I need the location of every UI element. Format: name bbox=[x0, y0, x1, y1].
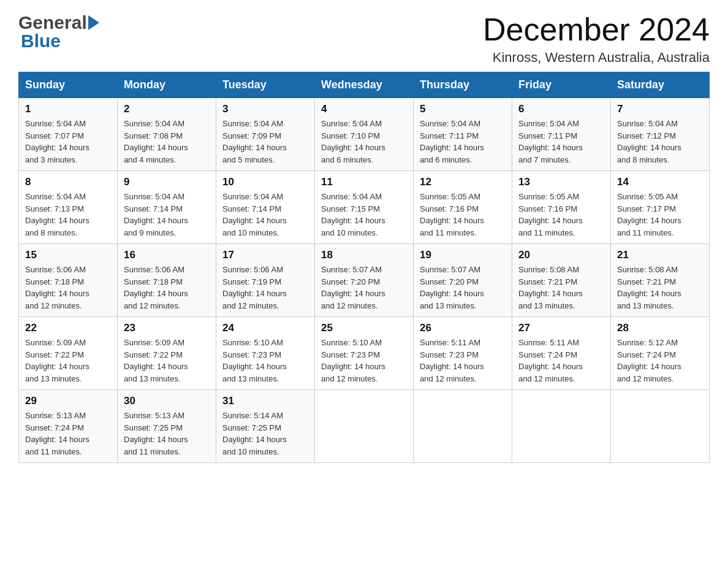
day-info: Sunrise: 5:04 AMSunset: 7:10 PMDaylight:… bbox=[321, 119, 385, 164]
day-number: 16 bbox=[124, 249, 210, 261]
week-row-1: 1 Sunrise: 5:04 AMSunset: 7:07 PMDayligh… bbox=[19, 98, 710, 171]
day-info: Sunrise: 5:04 AMSunset: 7:14 PMDaylight:… bbox=[222, 192, 287, 237]
day-info: Sunrise: 5:12 AMSunset: 7:24 PMDaylight:… bbox=[617, 338, 681, 383]
col-monday: Monday bbox=[118, 72, 216, 98]
calendar-cell: 13 Sunrise: 5:05 AMSunset: 7:16 PMDaylig… bbox=[512, 171, 611, 244]
day-number: 24 bbox=[222, 322, 308, 334]
calendar-cell: 1 Sunrise: 5:04 AMSunset: 7:07 PMDayligh… bbox=[19, 98, 118, 171]
calendar-cell: 3 Sunrise: 5:04 AMSunset: 7:09 PMDayligh… bbox=[216, 98, 315, 171]
day-number: 11 bbox=[321, 176, 407, 188]
calendar-cell: 12 Sunrise: 5:05 AMSunset: 7:16 PMDaylig… bbox=[414, 171, 512, 244]
calendar-cell: 30 Sunrise: 5:13 AMSunset: 7:25 PMDaylig… bbox=[118, 390, 216, 463]
calendar-cell: 27 Sunrise: 5:11 AMSunset: 7:24 PMDaylig… bbox=[512, 317, 611, 390]
month-title: December 2024 bbox=[483, 12, 710, 47]
col-saturday: Saturday bbox=[611, 72, 710, 98]
day-info: Sunrise: 5:04 AMSunset: 7:08 PMDaylight:… bbox=[124, 119, 188, 164]
day-info: Sunrise: 5:04 AMSunset: 7:11 PMDaylight:… bbox=[420, 119, 484, 164]
calendar-cell bbox=[611, 390, 710, 463]
day-info: Sunrise: 5:04 AMSunset: 7:13 PMDaylight:… bbox=[25, 192, 89, 237]
day-number: 28 bbox=[617, 322, 703, 334]
calendar-cell: 17 Sunrise: 5:06 AMSunset: 7:19 PMDaylig… bbox=[216, 244, 315, 317]
page-header: General Blue December 2024 Kinross, West… bbox=[18, 12, 710, 66]
day-number: 23 bbox=[124, 322, 210, 334]
calendar-cell: 25 Sunrise: 5:10 AMSunset: 7:23 PMDaylig… bbox=[315, 317, 414, 390]
calendar-cell: 10 Sunrise: 5:04 AMSunset: 7:14 PMDaylig… bbox=[216, 171, 315, 244]
day-info: Sunrise: 5:06 AMSunset: 7:19 PMDaylight:… bbox=[222, 265, 287, 310]
day-number: 25 bbox=[321, 322, 407, 334]
calendar-cell: 21 Sunrise: 5:08 AMSunset: 7:21 PMDaylig… bbox=[611, 244, 710, 317]
calendar-cell: 23 Sunrise: 5:09 AMSunset: 7:22 PMDaylig… bbox=[118, 317, 216, 390]
day-number: 12 bbox=[420, 176, 506, 188]
day-info: Sunrise: 5:05 AMSunset: 7:16 PMDaylight:… bbox=[420, 192, 484, 237]
calendar-cell: 7 Sunrise: 5:04 AMSunset: 7:12 PMDayligh… bbox=[611, 98, 710, 171]
day-number: 22 bbox=[25, 322, 111, 334]
day-info: Sunrise: 5:10 AMSunset: 7:23 PMDaylight:… bbox=[321, 338, 385, 383]
day-number: 27 bbox=[518, 322, 604, 334]
day-number: 13 bbox=[518, 176, 604, 188]
day-number: 31 bbox=[222, 395, 308, 407]
day-number: 7 bbox=[617, 103, 703, 115]
day-number: 15 bbox=[25, 249, 111, 261]
day-info: Sunrise: 5:11 AMSunset: 7:24 PMDaylight:… bbox=[518, 338, 583, 383]
calendar-cell bbox=[414, 390, 512, 463]
day-number: 18 bbox=[321, 249, 407, 261]
calendar-cell: 20 Sunrise: 5:08 AMSunset: 7:21 PMDaylig… bbox=[512, 244, 611, 317]
day-info: Sunrise: 5:06 AMSunset: 7:18 PMDaylight:… bbox=[124, 265, 188, 310]
col-friday: Friday bbox=[512, 72, 611, 98]
calendar-table: Sunday Monday Tuesday Wednesday Thursday… bbox=[18, 72, 710, 463]
day-info: Sunrise: 5:10 AMSunset: 7:23 PMDaylight:… bbox=[222, 338, 287, 383]
logo-arrow-icon bbox=[88, 15, 99, 30]
logo-general-text: General bbox=[18, 12, 87, 33]
day-number: 29 bbox=[25, 395, 111, 407]
calendar-cell: 26 Sunrise: 5:11 AMSunset: 7:23 PMDaylig… bbox=[414, 317, 512, 390]
calendar-cell bbox=[315, 390, 414, 463]
calendar-cell: 2 Sunrise: 5:04 AMSunset: 7:08 PMDayligh… bbox=[118, 98, 216, 171]
day-number: 19 bbox=[420, 249, 506, 261]
day-info: Sunrise: 5:06 AMSunset: 7:18 PMDaylight:… bbox=[25, 265, 89, 310]
calendar-cell: 4 Sunrise: 5:04 AMSunset: 7:10 PMDayligh… bbox=[315, 98, 414, 171]
day-info: Sunrise: 5:07 AMSunset: 7:20 PMDaylight:… bbox=[321, 265, 385, 310]
day-number: 14 bbox=[617, 176, 703, 188]
calendar-cell: 9 Sunrise: 5:04 AMSunset: 7:14 PMDayligh… bbox=[118, 171, 216, 244]
day-number: 8 bbox=[25, 176, 111, 188]
col-sunday: Sunday bbox=[19, 72, 118, 98]
day-number: 2 bbox=[124, 103, 210, 115]
day-info: Sunrise: 5:13 AMSunset: 7:24 PMDaylight:… bbox=[25, 411, 89, 456]
calendar-cell: 8 Sunrise: 5:04 AMSunset: 7:13 PMDayligh… bbox=[19, 171, 118, 244]
day-info: Sunrise: 5:05 AMSunset: 7:17 PMDaylight:… bbox=[617, 192, 681, 237]
day-info: Sunrise: 5:04 AMSunset: 7:07 PMDaylight:… bbox=[25, 119, 89, 164]
day-info: Sunrise: 5:14 AMSunset: 7:25 PMDaylight:… bbox=[222, 411, 287, 456]
week-row-3: 15 Sunrise: 5:06 AMSunset: 7:18 PMDaylig… bbox=[19, 244, 710, 317]
calendar-cell: 29 Sunrise: 5:13 AMSunset: 7:24 PMDaylig… bbox=[19, 390, 118, 463]
calendar-cell bbox=[512, 390, 611, 463]
day-number: 10 bbox=[222, 176, 308, 188]
day-info: Sunrise: 5:04 AMSunset: 7:14 PMDaylight:… bbox=[124, 192, 188, 237]
calendar-header-row: Sunday Monday Tuesday Wednesday Thursday… bbox=[19, 72, 710, 98]
calendar-cell: 11 Sunrise: 5:04 AMSunset: 7:15 PMDaylig… bbox=[315, 171, 414, 244]
calendar-cell: 14 Sunrise: 5:05 AMSunset: 7:17 PMDaylig… bbox=[611, 171, 710, 244]
calendar-cell: 18 Sunrise: 5:07 AMSunset: 7:20 PMDaylig… bbox=[315, 244, 414, 317]
day-info: Sunrise: 5:11 AMSunset: 7:23 PMDaylight:… bbox=[420, 338, 484, 383]
calendar-cell: 31 Sunrise: 5:14 AMSunset: 7:25 PMDaylig… bbox=[216, 390, 315, 463]
day-number: 9 bbox=[124, 176, 210, 188]
day-number: 17 bbox=[222, 249, 308, 261]
col-tuesday: Tuesday bbox=[216, 72, 315, 98]
calendar-cell: 16 Sunrise: 5:06 AMSunset: 7:18 PMDaylig… bbox=[118, 244, 216, 317]
day-info: Sunrise: 5:05 AMSunset: 7:16 PMDaylight:… bbox=[518, 192, 583, 237]
day-number: 21 bbox=[617, 249, 703, 261]
calendar-cell: 6 Sunrise: 5:04 AMSunset: 7:11 PMDayligh… bbox=[512, 98, 611, 171]
calendar-cell: 5 Sunrise: 5:04 AMSunset: 7:11 PMDayligh… bbox=[414, 98, 512, 171]
day-info: Sunrise: 5:04 AMSunset: 7:15 PMDaylight:… bbox=[321, 192, 385, 237]
day-number: 30 bbox=[124, 395, 210, 407]
calendar-cell: 24 Sunrise: 5:10 AMSunset: 7:23 PMDaylig… bbox=[216, 317, 315, 390]
col-wednesday: Wednesday bbox=[315, 72, 414, 98]
day-info: Sunrise: 5:04 AMSunset: 7:11 PMDaylight:… bbox=[518, 119, 583, 164]
calendar-cell: 19 Sunrise: 5:07 AMSunset: 7:20 PMDaylig… bbox=[414, 244, 512, 317]
day-info: Sunrise: 5:08 AMSunset: 7:21 PMDaylight:… bbox=[518, 265, 583, 310]
day-info: Sunrise: 5:09 AMSunset: 7:22 PMDaylight:… bbox=[124, 338, 188, 383]
day-number: 26 bbox=[420, 322, 506, 334]
week-row-2: 8 Sunrise: 5:04 AMSunset: 7:13 PMDayligh… bbox=[19, 171, 710, 244]
day-info: Sunrise: 5:07 AMSunset: 7:20 PMDaylight:… bbox=[420, 265, 484, 310]
col-thursday: Thursday bbox=[414, 72, 512, 98]
day-info: Sunrise: 5:04 AMSunset: 7:12 PMDaylight:… bbox=[617, 119, 681, 164]
